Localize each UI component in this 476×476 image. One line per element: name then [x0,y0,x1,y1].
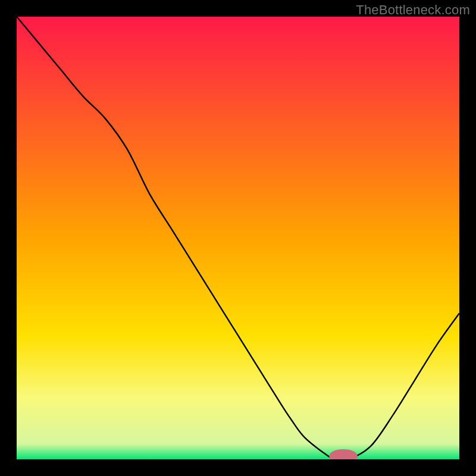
gradient-rect [17,17,459,459]
plot-area [17,17,459,459]
watermark-text: TheBottleneck.com [356,2,470,18]
chart-container: TheBottleneck.com [0,0,476,476]
chart-svg [17,17,459,459]
